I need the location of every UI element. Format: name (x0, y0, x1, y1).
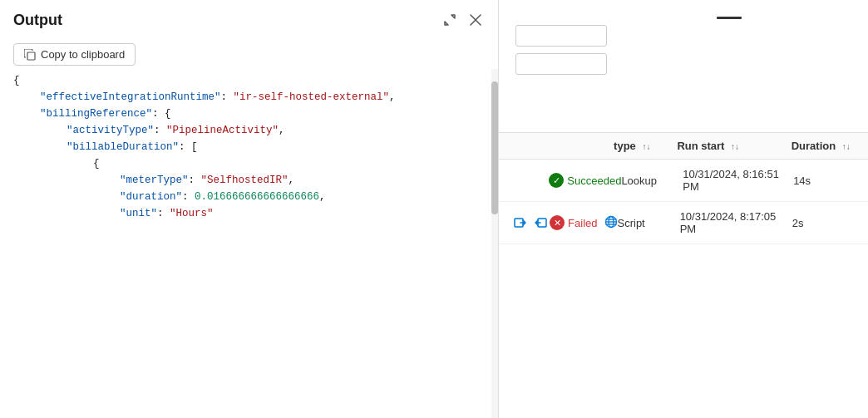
copy-clipboard-button[interactable]: Copy to clipboard (13, 43, 136, 66)
row1-status-label: Succeeded (567, 175, 621, 187)
row2-duration: 2s (792, 217, 855, 229)
json-line-5: "billableDuration": [ (13, 139, 485, 155)
copy-clipboard-label: Copy to clipboard (41, 48, 125, 61)
json-line-3: "billingReference": { (13, 106, 485, 122)
col-header-runstart: Run start ↑↓ (677, 140, 791, 152)
table-row: Insert Orchestrator ... (499, 202, 868, 244)
main-container: Output Copy to (0, 0, 868, 418)
json-line-6: { (13, 155, 485, 172)
input-box-2[interactable] (515, 53, 607, 75)
row2-type: Script (618, 217, 680, 229)
json-line-7: "meterType": "SelfhostedIR", (13, 172, 485, 189)
json-line-4: "activityType": "PipelineActivity", (13, 122, 485, 139)
row2-runstart: 10/31/2024, 8:17:05 PM (680, 210, 792, 235)
table-area: type ↑↓ Run start ↑↓ Duration ↑↓ Get Las… (499, 133, 868, 418)
row1-duration: 14s (793, 175, 855, 187)
row2-status-label: Failed (568, 217, 597, 229)
json-line-9: "unit": "Hours" (13, 205, 485, 222)
output-title: Output (13, 12, 62, 29)
close-button[interactable] (466, 10, 485, 30)
copy-icon (24, 49, 36, 61)
copy-area: Copy to clipboard (0, 37, 498, 69)
row2-icons (512, 214, 550, 231)
sort-duration-icon[interactable]: ↑↓ (842, 142, 851, 151)
input-boxes (515, 25, 607, 75)
output-panel: Output Copy to (0, 0, 499, 418)
success-icon: ✓ (549, 173, 564, 188)
output-header-actions (440, 10, 485, 30)
json-line-8: "duration": 0.016666666666666666, (13, 189, 485, 205)
right-top-area (499, 0, 868, 133)
sort-type-icon[interactable]: ↑↓ (642, 142, 650, 151)
close-icon (470, 14, 481, 26)
scrollbar-thumb[interactable] (491, 81, 498, 214)
json-line-2: "effectiveIntegrationRuntime": "ir-self-… (13, 89, 485, 106)
table-header: type ↑↓ Run start ↑↓ Duration ↑↓ (499, 133, 868, 160)
row1-status: ✓ Succeeded (549, 173, 621, 188)
globe-icon (604, 215, 618, 231)
expand-icon (443, 13, 456, 27)
expand-button[interactable] (440, 10, 460, 30)
right-panel: type ↑↓ Run start ↑↓ Duration ↑↓ Get Las… (499, 0, 868, 418)
scrollbar-track (491, 69, 498, 418)
row1-runstart: 10/31/2024, 8:16:51 PM (683, 168, 793, 193)
sort-runstart-icon[interactable]: ↑↓ (731, 142, 739, 151)
table-row: Get Last Modified Date from ... ✓ Succee… (499, 160, 868, 202)
dash-area (607, 17, 851, 19)
row1-type: Lookup (621, 175, 683, 187)
nav-in-icon[interactable] (512, 214, 529, 231)
input-box-1[interactable] (515, 25, 607, 47)
col-header-duration: Duration ↑↓ (792, 140, 855, 152)
nav-out-icon[interactable] (532, 214, 549, 231)
svg-rect-0 (27, 52, 35, 60)
dash-line (717, 17, 742, 19)
row2-status: ✕ Failed (550, 215, 617, 231)
col-header-type: type ↑↓ (614, 140, 677, 152)
fail-icon: ✕ (550, 215, 565, 230)
output-header: Output (0, 0, 498, 37)
code-area[interactable]: { "effectiveIntegrationRuntime": "ir-sel… (0, 69, 498, 418)
json-line-1: { (13, 72, 485, 89)
